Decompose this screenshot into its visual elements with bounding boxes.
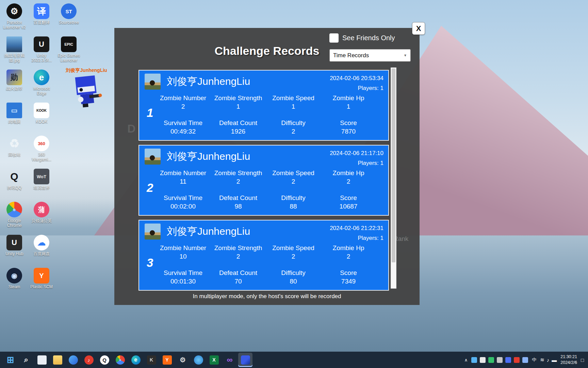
records-scrollbar[interactable] xyxy=(391,67,396,289)
taskbar-app-icon xyxy=(37,355,47,365)
tray-icon[interactable] xyxy=(505,357,511,363)
paradox-launcher-icon[interactable]: ⚙ Paradox Launcher v2 xyxy=(1,1,28,34)
record-card[interactable]: 刘俊亨JunhengLiu 2024-02-06 21:22:31 Player… xyxy=(138,220,389,291)
desktop-icon-label: 此电脑 xyxy=(8,120,20,124)
taskbar-app-icon: K xyxy=(147,355,156,365)
close-button[interactable]: X xyxy=(412,22,425,35)
stat-zombie-speed: Zombie Speed 2 xyxy=(266,244,321,260)
taskbar-app-netease-music[interactable]: ♪ xyxy=(82,353,96,367)
kook-icon[interactable]: KOOK KOOK xyxy=(28,101,55,134)
input-method-indicator[interactable]: 中 xyxy=(532,357,536,363)
see-friends-only-checkbox[interactable] xyxy=(329,33,339,43)
plastic-scm-icon[interactable]: Y Plastic SCM xyxy=(28,266,55,299)
desktop-icon-label: Unity 2022.3.5f... xyxy=(28,53,55,63)
taskbar-app-file-explorer[interactable] xyxy=(50,353,65,367)
desktop: ⚙ Paradox Launcher v2 挑战海景截图.jpg 勋 战火勋章 … xyxy=(0,0,588,368)
taskbar-clock[interactable]: 21:30:21 2024/2/6 xyxy=(560,354,577,366)
desktop-icon-image: 勋 xyxy=(6,70,22,85)
this-pc-icon[interactable]: ▭ 此电脑 xyxy=(1,101,28,134)
stat-zombie-number: Zombie Number 2 xyxy=(156,94,211,110)
clock-time: 21:30:21 xyxy=(560,354,577,360)
taskbar-app-icon: Y xyxy=(163,355,172,365)
player-avatar xyxy=(145,74,161,90)
desktop-icon-image: ♻ xyxy=(6,136,22,151)
taskbar-app-widgets[interactable] xyxy=(35,353,49,367)
desktop-icon-image xyxy=(6,36,22,52)
taskbar-app-key[interactable]: K xyxy=(144,353,159,367)
desktop-icon-label: Sourcetree xyxy=(59,20,79,25)
tray-icon[interactable] xyxy=(514,357,520,363)
records-type-dropdown[interactable]: Time Records ▼ xyxy=(329,49,411,62)
tray-icon[interactable] xyxy=(471,357,477,363)
tray-icon[interactable] xyxy=(497,357,503,363)
scrollbar-thumb[interactable] xyxy=(392,68,395,262)
sourcetree-icon[interactable]: ST Sourcetree xyxy=(55,1,82,34)
record-timestamp: 2024-02-06 21:22:31 xyxy=(330,224,383,233)
desktop-icon-label: Microsoft Edge xyxy=(28,87,55,96)
unity-editor-icon[interactable]: U Unity 2022.3.5f... xyxy=(28,34,55,67)
baidu-translate-icon[interactable]: 译 百度翻译 xyxy=(28,1,55,34)
world-of-tanks-icon[interactable]: WoT 坦克世界 xyxy=(28,167,55,200)
taskbar-app-photos[interactable] xyxy=(66,353,80,367)
taskbar-app-icon: ♪ xyxy=(84,355,94,365)
taskbar-app-chrome[interactable]: ● xyxy=(113,353,127,367)
stat-zombie-number: Zombie Number 10 xyxy=(156,244,211,260)
tray-icon[interactable] xyxy=(480,357,486,363)
tray-expand-chevron-icon[interactable]: ∧ xyxy=(464,357,468,363)
desktop-character-shortcut[interactable]: 刘俊亨JunhengLiu xyxy=(65,67,108,111)
taskbar-app-game-active[interactable] xyxy=(238,353,252,367)
baidu-netdisk-icon[interactable]: ☁ 百度网盘 xyxy=(28,233,55,266)
taskbar-app-settings[interactable]: ⚙ xyxy=(176,353,190,367)
chrome-icon[interactable]: ● Google Chrome xyxy=(1,200,28,233)
epic-games-icon[interactable]: EPIC Epic Games Launcher xyxy=(55,34,82,67)
taskbar-app-edge[interactable]: e xyxy=(129,353,143,367)
record-card[interactable]: 刘俊亨JunhengLiu 2024-02-06 21:17:10 Player… xyxy=(138,145,389,216)
tray-icon[interactable] xyxy=(488,357,494,363)
oray-icon[interactable]: 蒲 贝锐蒲公英 xyxy=(28,200,55,233)
records-list: 刘俊亨JunhengLiu 2024-02-06 20:53:34 Player… xyxy=(138,67,389,291)
desktop-icon-image: KOOK xyxy=(34,103,49,118)
wifi-icon[interactable]: ≋ xyxy=(540,357,544,363)
stat-survival-time: Survival Time 00:49:32 xyxy=(156,119,211,135)
desktop-icon-label: 回收站 xyxy=(8,153,20,157)
taskbar-app-sunlogin[interactable] xyxy=(191,353,206,367)
taskbar-app-qq[interactable]: Q xyxy=(97,353,112,367)
desktop-icon-label: Plastic SCM xyxy=(30,285,52,290)
volume-icon[interactable]: ♪ xyxy=(547,357,550,363)
taskbar-app-visual-studio[interactable]: ∞ xyxy=(223,353,237,367)
wargaming-icon[interactable]: 360 360 Wargami... xyxy=(28,134,55,167)
stat-zombie-hp: Zombie Hp 1 xyxy=(321,94,376,110)
edge-icon[interactable]: e Microsoft Edge xyxy=(28,67,55,101)
desktop-icon-image: WoT xyxy=(34,169,49,184)
battery-icon[interactable]: ▬ xyxy=(552,357,557,363)
qq-icon[interactable]: Q 腾讯QQ xyxy=(1,167,28,200)
records-type-value: Time Records xyxy=(333,52,369,59)
taskbar-app-icon: ● xyxy=(116,355,125,365)
desktop-icon-image: Y xyxy=(34,268,49,283)
taskbar-apps: ⊞ ⌕ ♪ xyxy=(3,353,252,367)
desktop-icon-image: ST xyxy=(61,3,77,19)
steam-icon[interactable]: ◉ Steam xyxy=(1,266,28,299)
taskbar-app-excel[interactable]: X xyxy=(207,353,221,367)
unity-hub-icon[interactable]: U Unity Hub xyxy=(1,233,28,266)
background-text-fragment: D xyxy=(127,122,136,135)
notification-center-icon[interactable]: □ xyxy=(581,357,584,363)
taskbar-app-icon: Q xyxy=(100,355,109,365)
see-friends-only-label: See Friends Only xyxy=(342,34,395,42)
taskbar-app-plastic-scm[interactable]: Y xyxy=(160,353,174,367)
image-file-icon[interactable]: 挑战海景截图.jpg xyxy=(1,34,28,67)
stat-zombie-number: Zombie Number 11 xyxy=(156,169,211,185)
desktop-icon-label: 百度翻译 xyxy=(33,20,50,25)
medal-of-war-icon[interactable]: 勋 战火勋章 xyxy=(1,67,28,101)
record-card[interactable]: 刘俊亨JunhengLiu 2024-02-06 20:53:34 Player… xyxy=(138,70,389,141)
recycle-bin-icon[interactable]: ♻ 回收站 xyxy=(1,134,28,167)
stat-survival-time: Survival Time 00:01:30 xyxy=(156,269,211,285)
player-name: 刘俊亨JunhengLiu xyxy=(167,149,250,164)
record-card-header: 刘俊亨JunhengLiu 2024-02-06 21:22:31 Player… xyxy=(139,220,388,243)
tray-icon[interactable] xyxy=(522,357,528,363)
start-button[interactable]: ⊞ xyxy=(3,353,18,367)
desktop-icon-label: 挑战海景截图.jpg xyxy=(1,53,28,63)
record-meta: 2024-02-06 21:17:10 Players: 1 xyxy=(330,149,385,168)
search-button[interactable]: ⌕ xyxy=(19,353,33,367)
stat-difficulty: Difficulty 80 xyxy=(266,269,321,285)
